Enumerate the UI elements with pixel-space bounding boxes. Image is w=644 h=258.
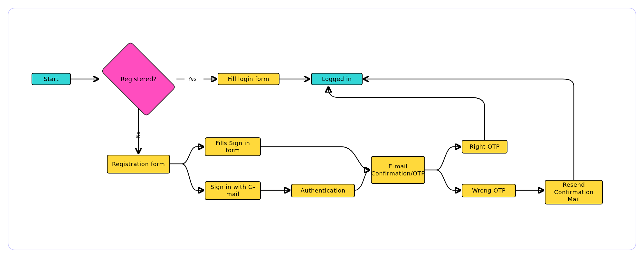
node-registered-label: Registered? xyxy=(106,58,171,100)
node-resend-confirmation-mail: Resend Confirmation Mail xyxy=(545,180,603,204)
diagram-canvas: Start Registered? Yes No Fill login form… xyxy=(0,0,644,258)
node-email-confirmation-otp: E-mail Confirmation/OTP xyxy=(371,156,425,184)
node-logged-in: Logged in xyxy=(311,73,363,85)
node-fill-login-form: Fill login form xyxy=(218,73,279,85)
node-right-otp: Right OTP xyxy=(462,140,507,154)
node-authentication: Authentication xyxy=(291,184,355,197)
edge-label-no: No xyxy=(135,132,141,138)
node-wrong-otp: Wrong OTP xyxy=(462,184,516,197)
diagram-frame xyxy=(8,8,636,250)
node-registration-form: Registration form xyxy=(107,155,170,174)
node-signin-with-gmail: Sign in with G-mail xyxy=(205,181,261,200)
node-start: Start xyxy=(32,73,71,85)
node-fills-signin-form: Fills Sign in form xyxy=(205,137,261,156)
edge-label-yes: Yes xyxy=(188,76,196,82)
